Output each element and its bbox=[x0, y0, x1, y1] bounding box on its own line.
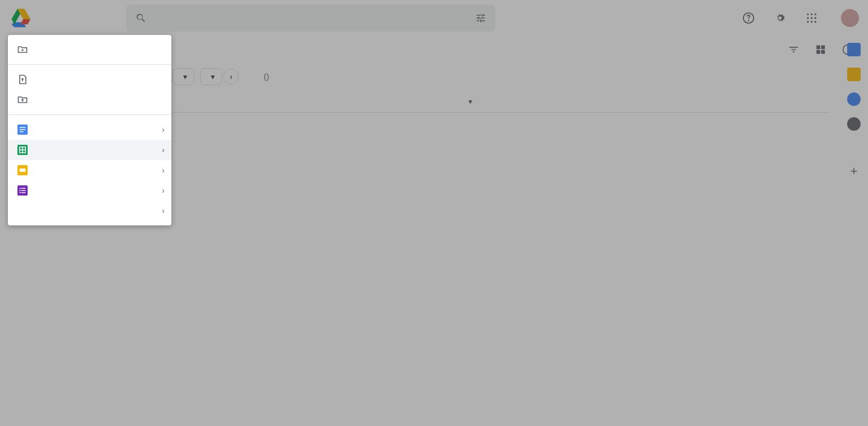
forms-icon bbox=[17, 185, 28, 196]
menu-google-docs[interactable]: › bbox=[8, 119, 171, 140]
slides-icon bbox=[17, 165, 28, 176]
svg-point-28 bbox=[19, 188, 20, 189]
chevron-right-icon: › bbox=[162, 125, 165, 134]
upload-file-icon bbox=[17, 74, 28, 85]
chevron-right-icon: › bbox=[162, 186, 165, 195]
menu-google-slides[interactable]: › bbox=[8, 160, 171, 180]
menu-google-sheets[interactable]: › bbox=[8, 140, 171, 160]
sheets-icon bbox=[17, 144, 28, 156]
menu-upload-files[interactable] bbox=[8, 69, 171, 90]
svg-rect-16 bbox=[20, 129, 26, 130]
new-folder-icon bbox=[17, 44, 28, 55]
divider bbox=[8, 114, 171, 115]
svg-rect-27 bbox=[21, 192, 26, 193]
upload-folder-icon bbox=[17, 94, 28, 105]
chevron-right-icon: › bbox=[162, 206, 165, 215]
menu-upload-folder[interactable] bbox=[8, 90, 171, 110]
menu-create-folder[interactable] bbox=[8, 39, 171, 60]
svg-rect-17 bbox=[20, 131, 24, 132]
svg-rect-25 bbox=[21, 188, 26, 189]
new-menu: › › › › › bbox=[8, 35, 171, 225]
svg-rect-23 bbox=[20, 168, 26, 172]
divider bbox=[8, 64, 171, 65]
svg-point-29 bbox=[19, 190, 20, 191]
chevron-right-icon: › bbox=[162, 166, 165, 175]
menu-more[interactable]: › bbox=[8, 201, 171, 221]
svg-rect-26 bbox=[21, 190, 26, 191]
chevron-right-icon: › bbox=[162, 145, 165, 154]
svg-point-30 bbox=[19, 192, 20, 193]
menu-google-forms[interactable]: › bbox=[8, 180, 171, 201]
blank-icon bbox=[17, 205, 28, 216]
docs-icon bbox=[17, 124, 28, 135]
svg-rect-15 bbox=[20, 127, 26, 128]
